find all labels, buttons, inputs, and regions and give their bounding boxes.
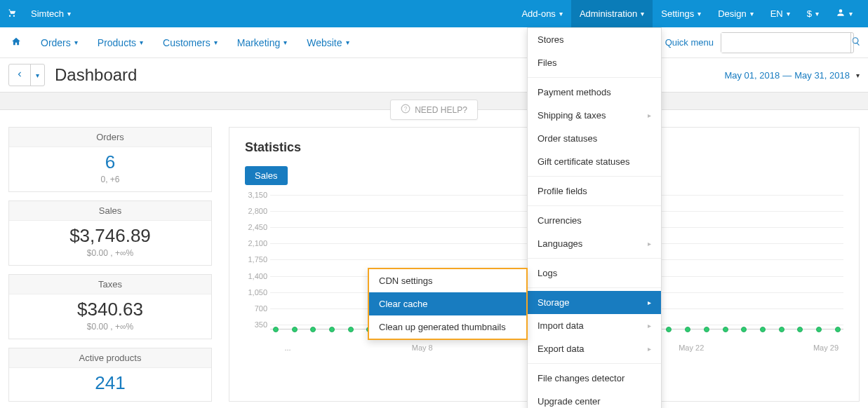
menu-customers[interactable]: Customers▾ [153,37,227,48]
caret-down-icon: ▾ [849,10,853,18]
data-point [835,327,841,332]
date-sep: — [782,70,792,81]
data-point [779,327,784,332]
caret-down-icon: ▾ [559,10,563,18]
menu-website[interactable]: Website▾ [297,37,359,48]
data-point [685,327,690,332]
caret-down-icon: ▾ [74,39,78,46]
storage-menu-item[interactable]: Clear cache [369,292,526,315]
admin-menu-item[interactable]: Shipping & taxes▸ [528,104,661,127]
menu-item-label: Upgrade center [538,396,601,407]
nav-currency[interactable]: $▾ [799,0,827,27]
menu-item-label: File changes detector [538,373,625,383]
admin-menu-item[interactable]: Profile fields [528,179,661,203]
menu-item-label: Files [538,57,556,68]
menu-item-label: Storage [538,297,570,308]
admin-menu-item[interactable]: Storage▸ [528,291,661,314]
chevron-right-icon: ▸ [648,322,651,329]
storage-menu-item[interactable]: Clean up generated thumbnails [369,315,526,339]
back-button-group: ▾ [8,64,45,86]
menu-separator [528,258,661,259]
y-tick: 3,150 [245,191,267,199]
quick-menu[interactable]: Quick menu [665,37,714,48]
admin-menu-item[interactable]: Files [528,51,661,74]
nav-settings[interactable]: Settings▾ [653,0,709,27]
date-range[interactable]: May 01, 2018 — May 31, 2018 ▾ [724,70,860,81]
menu-item-label: Export data [538,344,585,354]
store-selector[interactable]: Simtech▾ [22,0,79,27]
sales-tab-button[interactable]: Sales [245,166,288,185]
admin-menu-item[interactable]: Import data▸ [528,314,661,337]
storage-menu-item[interactable]: CDN settings [369,269,526,292]
y-tick: 2,800 [245,207,267,215]
admin-menu-item[interactable]: Currencies [528,209,661,232]
menu-item-label: Payment methods [538,87,611,97]
help-text: NEED HELP? [415,105,467,115]
data-point [760,327,766,332]
caret-down-icon: ▾ [641,10,644,18]
administration-dropdown: StoresFilesPayment methodsShipping & tax… [527,27,662,408]
menu-item-label: Gift certificate statuses [538,156,630,167]
data-point [348,327,354,332]
card-sales-value: $3,746.89 [9,221,211,248]
home-icon[interactable] [7,36,31,48]
help-icon: ? [401,104,410,116]
card-products-value[interactable]: 241 [9,368,211,401]
admin-menu-item[interactable]: Gift certificate statuses [528,150,661,173]
caret-down-icon: ▾ [67,10,71,18]
search-input[interactable] [721,33,850,53]
admin-menu-item[interactable]: Upgrade center [528,390,661,408]
data-point [310,327,316,332]
back-dropdown[interactable]: ▾ [30,64,44,86]
admin-menu-item[interactable]: Logs [528,261,661,285]
x-tick: May 22 [674,344,709,352]
menu-item-label: Import data [538,320,584,331]
search-button[interactable] [850,33,861,53]
nav-addons[interactable]: Add-ons▾ [513,0,570,27]
nav-user[interactable]: ▾ [827,0,861,27]
y-tick: 2,450 [245,223,267,231]
svg-text:?: ? [404,106,408,112]
admin-menu-item[interactable]: File changes detector [528,367,661,390]
y-tick: 350 [245,320,267,329]
admin-menu-item[interactable]: Stores [528,28,661,51]
data-point [816,327,822,332]
admin-menu-item[interactable]: Export data▸ [528,337,661,360]
menu-separator [528,363,661,364]
chevron-right-icon: ▸ [648,111,651,119]
card-taxes-value: $340.63 [9,294,211,322]
store-name: Simtech [31,8,64,19]
nav-design[interactable]: Design▾ [709,0,761,27]
search-icon [851,36,861,48]
nav-administration[interactable]: Administration▾ [571,0,653,27]
card-orders: Orders 6 0, +6 [8,127,212,192]
admin-menu-item[interactable]: Payment methods [528,81,661,104]
data-point [741,327,747,332]
menu-marketing[interactable]: Marketing▾ [227,37,297,48]
menu-item-label: Stores [538,34,564,45]
card-orders-value[interactable]: 6 [9,147,211,175]
y-tick: 700 [245,304,267,313]
user-icon [836,8,846,20]
x-tick: May 29 [808,344,843,352]
nav-language[interactable]: EN▾ [762,0,799,27]
caret-down-icon: ▾ [283,39,287,46]
menu-products[interactable]: Products▾ [88,37,153,48]
search-wrap [721,32,854,53]
data-point [666,327,672,332]
admin-menu-item[interactable]: Order statuses [528,127,661,150]
page-title: Dashboard [55,65,137,85]
card-sales-sub: $0.00 , +∞% [9,248,211,265]
storage-submenu: CDN settingsClear cacheClean up generate… [368,268,528,340]
menu-separator [528,176,661,177]
card-taxes: Taxes $340.63 $0.00 , +∞% [8,274,212,339]
need-help[interactable]: ? NEED HELP? [390,100,478,120]
menu-item-label: Clean up generated thumbnails [379,322,506,332]
back-button[interactable] [9,64,30,86]
data-point [273,327,279,332]
x-tick: ... [270,344,305,352]
arrow-left-icon [15,69,25,81]
menu-orders[interactable]: Orders▾ [31,37,88,48]
cart-icon [7,8,17,20]
admin-menu-item[interactable]: Languages▸ [528,232,661,255]
